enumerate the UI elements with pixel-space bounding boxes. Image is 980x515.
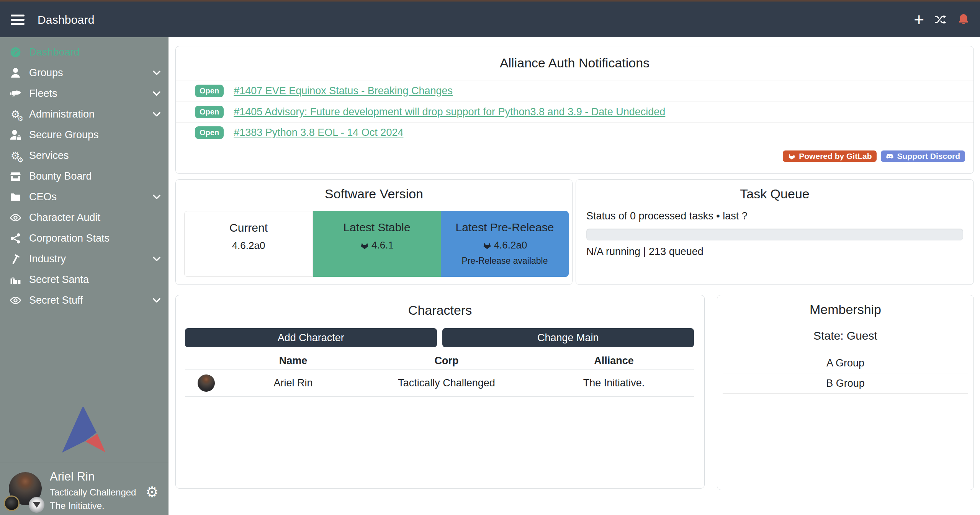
alliance-logo bbox=[29, 497, 44, 513]
column-header-name: Name bbox=[227, 355, 359, 367]
topbar-actions bbox=[914, 13, 970, 27]
sidebar-item-dashboard[interactable]: Dashboard bbox=[0, 42, 169, 62]
chevron-down-icon bbox=[151, 88, 162, 99]
notification-row: Open #1407 EVE Equinox Status - Breaking… bbox=[176, 80, 973, 101]
chevron-down-icon bbox=[151, 108, 162, 120]
character-alliance: The Initiative. bbox=[534, 377, 694, 389]
sidebar: Dashboard Groups Fleets Administration S… bbox=[0, 37, 169, 515]
corp-logo bbox=[4, 495, 20, 511]
prerelease-note: Pre-Release available bbox=[441, 256, 569, 266]
gitlab-tanuki-icon bbox=[483, 241, 492, 250]
membership-groups: A Group B Group bbox=[723, 353, 968, 394]
gauge-icon bbox=[8, 45, 22, 59]
version-boxes: Current 4.6.2a0 Latest Stable 4.6.1 Late… bbox=[184, 211, 569, 277]
characters-table: Name Corp Alliance Ariel Rin Tactically … bbox=[185, 353, 694, 397]
top-navbar: Dashboard bbox=[0, 0, 980, 37]
notification-row: Open #1383 Python 3.8 EOL - 14 Oct 2024 bbox=[176, 122, 973, 143]
membership-title: Membership bbox=[717, 302, 973, 317]
version-current: Current 4.6.2a0 bbox=[184, 211, 313, 277]
user-name: Ariel Rin bbox=[50, 470, 136, 484]
sidebar-item-secret-santa[interactable]: Secret Santa bbox=[0, 269, 169, 290]
shuttle-icon bbox=[8, 87, 22, 100]
chevron-down-icon bbox=[151, 294, 162, 306]
character-row: Ariel Rin Tactically Challenged The Init… bbox=[185, 369, 694, 397]
sidebar-user-panel: Ariel Rin Tactically Challenged The Init… bbox=[0, 463, 169, 515]
alliance-auth-logo bbox=[62, 406, 106, 453]
characters-buttons: Add Character Change Main bbox=[185, 328, 694, 347]
software-version-title: Software Version bbox=[176, 186, 572, 201]
chevron-down-icon bbox=[151, 67, 162, 78]
group-item: A Group bbox=[723, 353, 968, 373]
membership-state: State: Guest bbox=[717, 329, 973, 342]
sidebar-item-ceos[interactable]: CEOs bbox=[0, 186, 169, 207]
gitlab-tanuki-icon bbox=[360, 241, 369, 250]
shuffle-icon[interactable] bbox=[934, 13, 947, 26]
window-top-strip bbox=[0, 0, 980, 2]
user-icon bbox=[8, 66, 22, 80]
sidebar-toggle-button[interactable] bbox=[11, 15, 25, 25]
characters-title: Characters bbox=[176, 303, 704, 318]
eye-icon bbox=[8, 211, 22, 224]
gitlab-badge[interactable]: Powered by GitLab bbox=[783, 150, 877, 162]
sidebar-item-fleets[interactable]: Fleets bbox=[0, 83, 169, 104]
folder-icon bbox=[8, 190, 22, 204]
notifications-bell-icon[interactable] bbox=[957, 13, 970, 26]
discord-badge[interactable]: Support Discord bbox=[881, 150, 965, 162]
membership-panel: Membership State: Guest A Group B Group bbox=[717, 295, 974, 490]
sidebar-item-secret-stuff[interactable]: Secret Stuff bbox=[0, 290, 169, 311]
status-badge: Open bbox=[195, 126, 224, 139]
gifts-icon bbox=[8, 273, 22, 286]
gears-icon bbox=[8, 107, 22, 121]
main-content: Alliance Auth Notifications Open #1407 E… bbox=[169, 37, 980, 515]
sidebar-item-industry[interactable]: Industry bbox=[0, 249, 169, 269]
task-queue-counts: N/A running | 213 queued bbox=[586, 246, 704, 258]
character-corp: Tactically Challenged bbox=[359, 377, 534, 389]
column-header-corp: Corp bbox=[359, 355, 534, 367]
gitlab-tanuki-icon bbox=[788, 152, 796, 160]
status-badge: Open bbox=[195, 106, 224, 118]
chevron-down-icon bbox=[151, 253, 162, 265]
sidebar-item-corporation-stats[interactable]: Corporation Stats bbox=[0, 228, 169, 249]
share-icon bbox=[8, 231, 22, 245]
user-corp: Tactically Challenged bbox=[50, 487, 136, 498]
sidebar-item-groups[interactable]: Groups bbox=[0, 62, 169, 83]
notifications-footer: Powered by GitLab Support Discord bbox=[783, 150, 965, 162]
sidebar-item-bounty-board[interactable]: Bounty Board bbox=[0, 166, 169, 186]
characters-table-header: Name Corp Alliance bbox=[185, 353, 694, 369]
user-alliance: The Initiative. bbox=[50, 500, 136, 511]
status-badge: Open bbox=[195, 85, 224, 97]
notification-link[interactable]: #1405 Advisory: Future development will … bbox=[234, 106, 665, 118]
eye-icon bbox=[8, 293, 22, 307]
user-info: Ariel Rin Tactically Challenged The Init… bbox=[50, 470, 136, 511]
task-queue-title: Task Queue bbox=[576, 186, 973, 201]
sidebar-item-character-audit[interactable]: Character Audit bbox=[0, 207, 169, 228]
notifications-panel: Alliance Auth Notifications Open #1407 E… bbox=[175, 46, 974, 174]
change-main-button[interactable]: Change Main bbox=[442, 328, 694, 347]
software-version-panel: Software Version Current 4.6.2a0 Latest … bbox=[175, 179, 573, 285]
group-item: B Group bbox=[723, 373, 968, 394]
notification-link[interactable]: #1383 Python 3.8 EOL - 14 Oct 2024 bbox=[234, 127, 403, 139]
chevron-down-icon bbox=[151, 191, 162, 203]
hammer-icon bbox=[8, 252, 22, 266]
add-icon[interactable] bbox=[914, 13, 924, 27]
sidebar-item-administration[interactable]: Administration bbox=[0, 104, 169, 124]
version-latest-prerelease: Latest Pre-Release 4.6.2a0 Pre-Release a… bbox=[441, 211, 569, 277]
characters-panel: Characters Add Character Change Main Nam… bbox=[175, 295, 705, 489]
sidebar-item-secure-groups[interactable]: Secure Groups bbox=[0, 124, 169, 145]
user-settings-gear-icon[interactable] bbox=[146, 485, 159, 499]
discord-icon bbox=[886, 152, 894, 160]
notification-row: Open #1405 Advisory: Future development … bbox=[176, 101, 973, 122]
user-lock-icon bbox=[8, 128, 22, 142]
character-name: Ariel Rin bbox=[227, 377, 359, 389]
sidebar-item-services[interactable]: Services bbox=[0, 145, 169, 166]
column-header-alliance: Alliance bbox=[534, 355, 694, 367]
task-queue-status: Status of 0 processed tasks • last ? bbox=[586, 210, 748, 222]
gears-icon bbox=[8, 149, 22, 162]
notification-link[interactable]: #1407 EVE Equinox Status - Breaking Chan… bbox=[234, 85, 453, 97]
notifications-list: Open #1407 EVE Equinox Status - Breaking… bbox=[176, 80, 973, 143]
version-latest-stable: Latest Stable 4.6.1 bbox=[313, 211, 441, 277]
add-character-button[interactable]: Add Character bbox=[185, 328, 437, 347]
sidebar-nav: Dashboard Groups Fleets Administration S… bbox=[0, 37, 169, 311]
character-portrait bbox=[198, 374, 215, 392]
page-title: Dashboard bbox=[38, 13, 95, 26]
